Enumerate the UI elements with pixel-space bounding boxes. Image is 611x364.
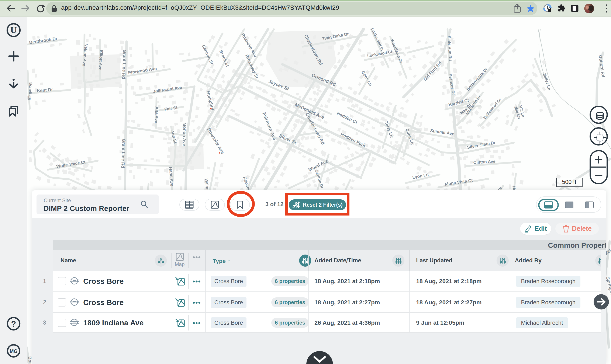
svg-text:Monon Ave: Monon Ave — [182, 122, 187, 146]
svg-text:Grant Line Rd: Grant Line Rd — [121, 139, 126, 168]
svg-text:MG: MG — [10, 349, 17, 354]
svg-text:U: U — [10, 25, 17, 35]
svg-text:Alta Ave: Alta Ave — [154, 106, 159, 123]
svg-text:?: ? — [11, 319, 16, 328]
svg-text:Grant Line Rd: Grant Line Rd — [122, 49, 127, 79]
